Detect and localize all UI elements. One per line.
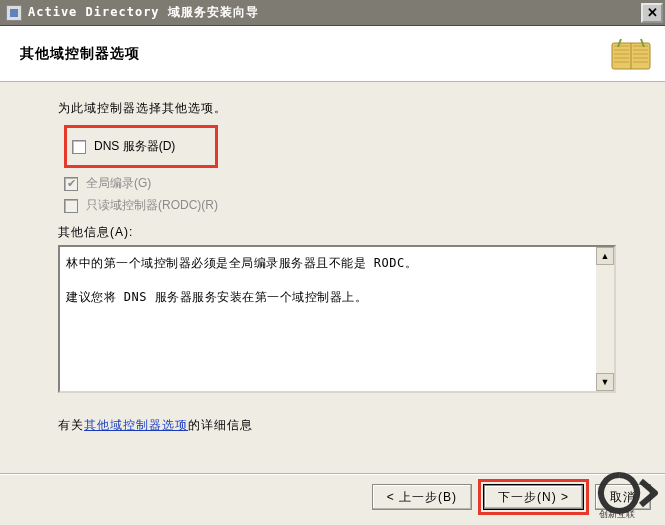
info-line: 建议您将 DNS 服务器服务安装在第一个域控制器上。 — [66, 287, 588, 307]
scroll-down-icon[interactable]: ▼ — [596, 373, 614, 391]
wizard-body: 为此域控制器选择其他选项。 DNS 服务器(D) ✔ 全局编录(G) 只读域控制… — [0, 82, 665, 525]
more-info-link[interactable]: 其他域控制器选项 — [84, 418, 188, 432]
options-group: DNS 服务器(D) ✔ 全局编录(G) 只读域控制器(RODC)(R) — [64, 125, 631, 214]
button-bar: < 上一步(B) 下一步(N) > 取消 — [372, 479, 651, 515]
checkbox-gc: ✔ 全局编录(G) — [64, 175, 631, 192]
info-label: 其他信息(A): — [58, 224, 631, 241]
checkbox-label: 全局编录(G) — [86, 175, 151, 192]
title-bar: Active Directory 域服务安装向导 ✕ — [0, 0, 665, 26]
back-button[interactable]: < 上一步(B) — [372, 484, 472, 510]
scroll-up-icon[interactable]: ▲ — [596, 247, 614, 265]
separator — [0, 473, 665, 475]
page-title: 其他域控制器选项 — [20, 45, 140, 63]
more-info-line: 有关其他域控制器选项的详细信息 — [58, 417, 631, 434]
cancel-button[interactable]: 取消 — [595, 484, 651, 510]
checkbox-dns[interactable]: DNS 服务器(D) — [72, 138, 175, 155]
checkbox-rodc: 只读域控制器(RODC)(R) — [64, 197, 631, 214]
close-button[interactable]: ✕ — [641, 3, 663, 23]
highlight-dns: DNS 服务器(D) — [64, 125, 218, 168]
intro-text: 为此域控制器选择其他选项。 — [58, 100, 631, 117]
info-area-wrap: 林中的第一个域控制器必须是全局编录服务器且不能是 RODC。 建议您将 DNS … — [58, 245, 616, 393]
app-icon — [6, 5, 22, 21]
checkbox-box-icon — [64, 199, 78, 213]
checkbox-box-icon: ✔ — [64, 177, 78, 191]
scrollbar[interactable]: ▲ ▼ — [596, 247, 614, 391]
book-icon — [611, 37, 651, 71]
scroll-track[interactable] — [596, 265, 614, 373]
highlight-next: 下一步(N) > — [478, 479, 589, 515]
checkbox-label: DNS 服务器(D) — [94, 138, 175, 155]
checkbox-label: 只读域控制器(RODC)(R) — [86, 197, 218, 214]
checkbox-box-icon — [72, 140, 86, 154]
wizard-header: 其他域控制器选项 — [0, 26, 665, 82]
info-line: 林中的第一个域控制器必须是全局编录服务器且不能是 RODC。 — [66, 253, 588, 273]
next-button[interactable]: 下一步(N) > — [483, 484, 584, 510]
window-title: Active Directory 域服务安装向导 — [28, 4, 641, 21]
info-textarea[interactable]: 林中的第一个域控制器必须是全局编录服务器且不能是 RODC。 建议您将 DNS … — [58, 245, 616, 393]
